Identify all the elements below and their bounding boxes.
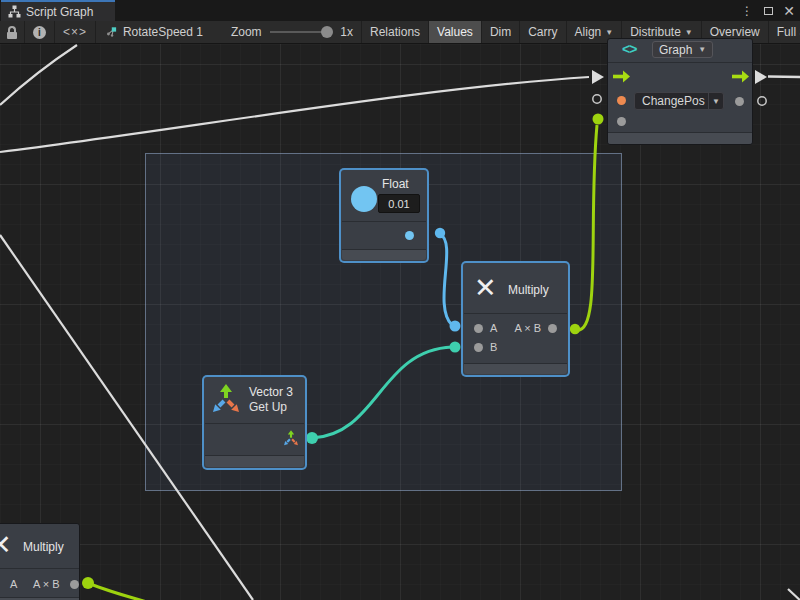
graph-breadcrumb-zoom: RotateSpeed 1 Zoom 1x [96, 21, 362, 43]
wire-teal-vector3-to-multiply[interactable] [312, 347, 452, 438]
script-graph-window: Script Graph ⋮ ✕ i <×> RotateSpeed 1 Zoo [0, 0, 800, 600]
graph-asset-icon [106, 25, 117, 39]
wire-endpoint[interactable] [593, 114, 604, 125]
zoom-slider[interactable] [270, 31, 331, 33]
flow-arrow-out[interactable] [755, 70, 767, 84]
empty-port-right[interactable] [758, 97, 766, 105]
wire-endpoint[interactable] [435, 228, 445, 238]
script-graph-icon [8, 5, 21, 18]
float-output-port[interactable] [405, 231, 414, 240]
port-label: B [490, 341, 497, 353]
node-footer[interactable] [342, 249, 426, 260]
output-port[interactable] [735, 97, 744, 106]
port-label: A [490, 322, 497, 334]
multiply-input-a-port[interactable] [474, 324, 483, 333]
port-label: A × B [514, 322, 541, 334]
dim-button[interactable]: Dim [482, 21, 520, 43]
node-title: Multiply [23, 540, 64, 554]
wire-endpoint[interactable] [450, 321, 461, 332]
flow-output-arrow[interactable] [732, 70, 749, 83]
wire-white-corner[interactable] [788, 589, 800, 600]
node-footer[interactable] [608, 132, 752, 144]
multiply-node[interactable]: ✕ Multiply A A × B B [463, 263, 568, 375]
graph-unit-node[interactable]: <> Graph ▼ ChangePos ▼ [607, 38, 753, 145]
vector3-get-up-node[interactable]: Vector 3 Get Up [204, 377, 305, 468]
port-label: A [10, 578, 17, 590]
divider [342, 221, 426, 222]
graph-name[interactable]: RotateSpeed 1 [123, 25, 203, 39]
full-screen-button[interactable]: Full Screen [769, 21, 800, 43]
multiply-input-b-port[interactable] [474, 343, 483, 352]
chevron-down-icon: ▼ [708, 93, 723, 109]
graph-chevrons-icon: <> [622, 41, 636, 57]
wire-white-topleft[interactable] [0, 45, 77, 105]
wire-blue-float-to-multiply[interactable] [440, 234, 452, 325]
tab-script-graph[interactable]: Script Graph [1, 0, 115, 21]
float-icon [351, 186, 377, 212]
changepos-dropdown[interactable]: ChangePos ▼ [634, 92, 724, 110]
flow-input-arrow[interactable] [613, 70, 630, 83]
values-button[interactable]: Values [429, 21, 482, 43]
graph-canvas[interactable]: Float 0.01 ✕ Multiply A A × B B [0, 44, 800, 600]
zoom-value: 1x [340, 25, 353, 39]
relations-button[interactable]: Relations [362, 21, 429, 43]
maximize-icon[interactable] [761, 3, 775, 18]
multiply-icon: ✕ [474, 275, 497, 302]
wire-endpoint[interactable] [306, 432, 318, 444]
wire-white-into-graph[interactable] [0, 77, 589, 152]
window-controls: ⋮ ✕ [740, 0, 796, 21]
event-input-port[interactable] [617, 96, 626, 105]
carry-button[interactable]: Carry [520, 21, 566, 43]
chevron-down-icon: ▼ [698, 45, 706, 54]
node-footer[interactable] [464, 363, 567, 374]
multiply-icon: ✕ [0, 532, 12, 559]
chevron-down-icon: ▼ [605, 28, 613, 37]
multiply-output-port[interactable] [548, 324, 557, 333]
vector3-icon [211, 384, 241, 415]
float-value-input[interactable]: 0.01 [378, 194, 420, 213]
wire-endpoint[interactable] [450, 342, 461, 353]
tab-title: Script Graph [26, 5, 93, 19]
wire-green-bottomleft[interactable] [88, 583, 154, 600]
lock-button[interactable] [0, 21, 25, 43]
lock-icon [7, 26, 17, 39]
node-title: Float [382, 177, 409, 191]
info-button[interactable]: i [25, 21, 55, 43]
node-title: Multiply [508, 283, 549, 297]
menu-kebab-icon[interactable]: ⋮ [740, 3, 754, 18]
chevron-down-icon: ▼ [685, 28, 693, 37]
wire-green-multiply-to-graph[interactable] [576, 125, 597, 330]
empty-port-left[interactable] [593, 95, 601, 103]
divider [464, 313, 567, 314]
code-view-button[interactable]: <×> [55, 21, 96, 43]
float-node[interactable]: Float 0.01 [341, 170, 427, 261]
zoom-slider-handle[interactable] [321, 26, 333, 38]
vector3-output-port[interactable] [283, 430, 299, 447]
multiply-output-port[interactable] [70, 580, 79, 589]
close-icon[interactable]: ✕ [782, 3, 796, 18]
wire-endpoint[interactable] [82, 577, 94, 589]
wire-endpoint[interactable] [570, 324, 580, 334]
multiply-node-partial[interactable]: ✕ Multiply A A × B [0, 523, 80, 600]
flow-arrow-in[interactable] [592, 70, 604, 84]
graph-dropdown-button[interactable]: Graph ▼ [652, 41, 713, 58]
node-title: Vector 3 [249, 385, 293, 399]
code-icon: <×> [63, 25, 87, 39]
divider [608, 62, 752, 63]
port-label: A × B [33, 578, 60, 590]
divider [205, 423, 304, 424]
node-footer[interactable] [205, 455, 304, 467]
divider [0, 568, 79, 569]
info-icon: i [33, 26, 46, 39]
wire-white-out-of-graph[interactable] [768, 77, 800, 78]
title-bar: Script Graph ⋮ ✕ [0, 0, 800, 21]
value-input-port[interactable] [617, 117, 626, 126]
node-subtitle: Get Up [249, 400, 287, 414]
zoom-label: Zoom [231, 25, 262, 39]
